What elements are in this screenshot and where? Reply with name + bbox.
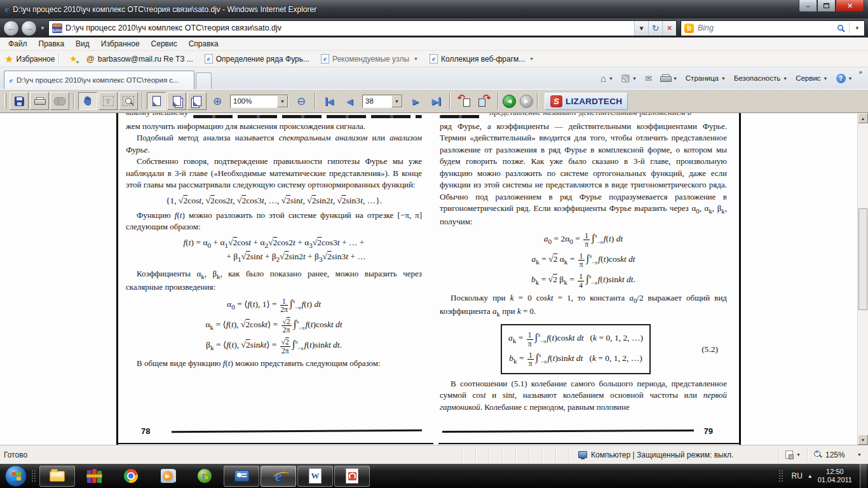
folder-icon [50,471,65,482]
maximize-button[interactable] [817,0,836,12]
close-button[interactable]: ✕ [836,0,864,12]
favorites-link-web-slices[interactable]: e Коллекция веб-фрагм... ▼ [424,52,539,66]
new-tab-button[interactable] [196,72,212,89]
separator [73,93,74,109]
lizardtech-button[interactable]: S LIZARDTECH [545,93,628,110]
scrollbar-thumb[interactable] [858,208,867,310]
taskbar-chrome-button[interactable] [113,466,149,487]
zoom-in-button[interactable]: ⊕ [208,92,227,110]
feeds-button[interactable]: ▼ [618,70,641,86]
next-page-button[interactable]: ▶ [406,92,425,110]
back-icon: ← [7,24,15,33]
status-bar: Готово Компьютер | Защищенный режим: вык… [0,445,868,464]
webpage-icon: e [321,54,329,64]
tab-active[interactable]: e D:\уч процесс 2010\уч комплекс ОТС\тео… [4,71,194,89]
vertical-scrollbar[interactable]: ▲ ▼ [857,113,868,445]
show-hidden-icons-button[interactable]: ▲ [808,473,813,479]
help-button[interactable]: ? ▼ [832,70,857,86]
text-select-tool-button[interactable]: T [98,92,118,110]
menu-help[interactable]: Справка [183,38,224,50]
favorites-link-suggested-sites[interactable]: e Рекомендуемые узлы ▼ [315,52,424,66]
forward-button[interactable]: → [21,20,37,36]
page-menu-label: Страница [686,74,719,82]
taskbar-control-panel-button[interactable] [224,466,259,487]
menu-edit[interactable]: Правка [33,38,71,50]
favorites-link-fourier[interactable]: e Определение ряда Фурь... [199,52,315,66]
save-button[interactable] [10,92,29,110]
taskbar-media-player-button[interactable]: ▶ [150,466,186,487]
address-dropdown-button[interactable]: ▼ [634,21,648,36]
minimize-button[interactable]: – [799,0,817,12]
taskbar-powerpoint-button[interactable] [334,466,370,487]
arrow-left-icon: ◀ [327,97,334,105]
print-button[interactable]: ▼ [656,70,681,86]
add-to-favorites-bar-icon[interactable]: ★ [69,54,77,64]
recent-pages-dropdown[interactable]: ▼ [39,25,46,31]
zoom-level-combo[interactable]: 100% ▼ [230,95,288,108]
home-button[interactable]: ⌂ ▼ [597,70,617,86]
print-document-button[interactable] [30,92,49,110]
zoom-out-button[interactable]: ⊖ [292,92,311,110]
taskbar-winrar-button[interactable] [76,466,112,487]
history-forward-button[interactable]: ▶ [520,95,533,108]
ie-page-glyph: e [207,55,210,62]
first-page-button[interactable]: ◀ [320,92,339,110]
zoom-in-icon: ⊕ [213,96,222,107]
favorites-link-mail[interactable]: @ barbasow@mail.ru Re ТЗ ... [81,52,199,66]
scroll-up-button[interactable]: ▲ [858,113,868,123]
layout-single-page-button[interactable] [147,92,166,110]
chevron-down-icon[interactable]: ▼ [391,95,402,107]
address-bar-group: DJVU D:\уч процесс 2010\уч комплекс ОТС\… [48,20,677,36]
zoom-select-tool-button[interactable] [119,92,138,110]
refresh-button[interactable]: ↻ [648,21,662,36]
security-zone[interactable]: Компьютер | Защищенный режим: выкл. [569,448,778,462]
menu-view[interactable]: Вид [70,38,95,50]
history-back-button[interactable]: ◀ [503,95,516,108]
zoom-control[interactable]: 125% ▼ [807,448,868,462]
clock[interactable]: 12:50 01.04.2011 [818,468,852,484]
menu-favorites[interactable]: Избранное [95,38,146,50]
back-button[interactable]: ← [3,20,19,36]
layout-facing-pages-button[interactable] [167,92,186,110]
privacy-report-button[interactable]: ▼ [778,448,807,462]
rotate-left-button[interactable]: ↶ [454,92,473,110]
find-button[interactable] [50,92,69,110]
rotate-right-button[interactable]: ↷ [475,92,494,110]
language-indicator[interactable]: RU [791,471,802,480]
layout-continuous-button[interactable] [187,92,207,110]
footer-rule [442,430,694,433]
stop-button[interactable]: ✕ [662,21,676,36]
address-text[interactable]: D:\уч процесс 2010\уч комплекс ОТС\теори… [65,24,281,32]
menu-tools[interactable]: Сервис [146,38,183,50]
last-page-button[interactable]: ▶ [426,92,445,110]
menu-file[interactable]: Файл [3,38,33,50]
page-number-combo[interactable]: 38 ▼ [362,95,403,108]
search-icon[interactable] [837,24,845,32]
start-button[interactable] [5,465,27,487]
facing-pages-icon [173,96,181,106]
paragraph: Собственно говоря, подтверждение правиль… [126,156,422,191]
favorites-button[interactable]: Избранное [17,55,55,64]
lizardtech-logo-icon: S [550,95,562,107]
previous-page-button[interactable]: ◀ [340,92,359,110]
read-mail-button[interactable]: ✉ [641,70,656,86]
scroll-down-button[interactable]: ▼ [858,435,868,445]
search-input[interactable]: Bing [698,24,833,32]
scan-smudge [440,115,484,118]
safety-menu-button[interactable]: Безопасность ▼ [730,70,791,86]
taskbar-explorer-button[interactable] [39,466,75,487]
address-bar[interactable]: DJVU D:\уч процесс 2010\уч комплекс ОТС\… [49,21,634,36]
pan-tool-button[interactable] [78,92,97,110]
show-desktop-button[interactable] [860,464,867,488]
more-toolbar-chevron[interactable]: » [857,69,864,76]
ie-page-glyph: e [432,55,435,62]
taskbar-word-button[interactable]: W [297,466,333,487]
chevron-down-icon[interactable]: ▼ [277,95,288,107]
page-menu-button[interactable]: Страница ▼ [682,70,729,86]
formula-expansion-line1: f(t) = α0 + α1√2cost + α2√2cos2t + α3√2c… [126,236,422,251]
taskbar-windows-app-button[interactable] [187,466,222,487]
taskbar-ie-button[interactable]: e [261,466,296,487]
search-box[interactable]: b Bing ▼ [681,20,865,36]
search-options-dropdown[interactable]: ▼ [853,25,861,31]
tools-menu-button[interactable]: Сервис ▼ [792,70,831,86]
